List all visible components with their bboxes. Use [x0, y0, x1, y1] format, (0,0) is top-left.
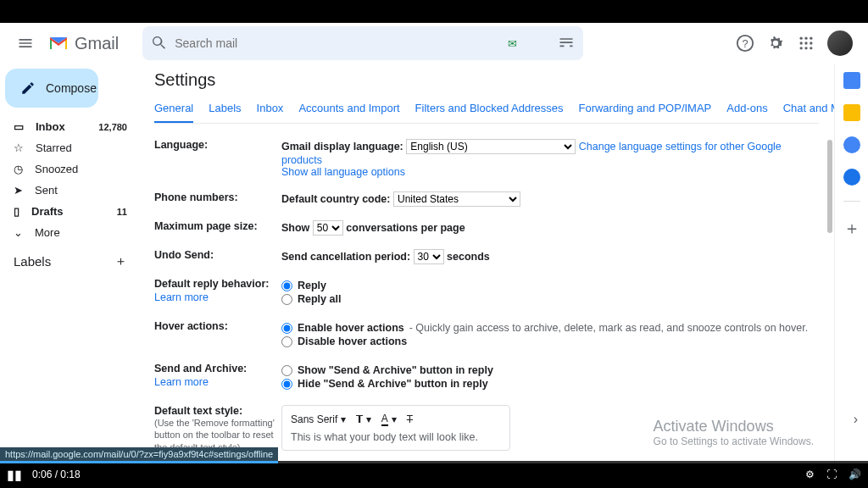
sent-icon: ➤: [14, 184, 23, 197]
radio-hover-disable[interactable]: [281, 336, 292, 347]
player-volume-icon[interactable]: 🔊: [849, 469, 861, 480]
default-text-style-box: Sans Serif ▾ 𝗧 ▾ A ▾ T This is what your…: [281, 405, 510, 451]
row-undo: Undo Send: Send cancellation period: 30 …: [154, 242, 819, 271]
search-bar[interactable]: ✉: [142, 26, 583, 60]
sidebar-item-sent[interactable]: ➤Sent: [5, 180, 136, 201]
inbox-icon: ▭: [14, 120, 24, 133]
scrollbar-thumb[interactable]: [827, 140, 832, 233]
chevron-down-icon: ⌄: [14, 226, 23, 239]
font-family-dropdown[interactable]: Sans Serif ▾: [291, 413, 346, 425]
font-color-dropdown[interactable]: A ▾: [381, 413, 397, 426]
show-all-languages-link[interactable]: Show all language options: [281, 166, 405, 178]
sidebar-item-inbox[interactable]: ▭ Inbox 12,780: [5, 116, 136, 137]
compose-label: Compose: [46, 81, 97, 95]
sidebar-item-more[interactable]: ⌄More: [5, 222, 136, 243]
font-size-dropdown[interactable]: 𝗧 ▾: [356, 413, 370, 425]
gmail-logo[interactable]: Gmail: [47, 34, 119, 53]
svg-point-5: [804, 42, 807, 44]
svg-text:?: ?: [742, 37, 748, 50]
apps-grid-icon[interactable]: [797, 34, 815, 53]
tab-addons[interactable]: Add-ons: [726, 102, 767, 123]
row-language: Language: Gmail display language: Englis…: [154, 132, 819, 185]
gmail-m-icon: [47, 35, 70, 52]
browser-status-url: https://mail.google.com/mail/u/0/?zx=fiy…: [0, 447, 278, 461]
player-theater-icon[interactable]: ⛶: [826, 469, 837, 480]
play-pause-button[interactable]: ▮▮: [7, 467, 22, 483]
get-addons-icon[interactable]: ＋: [843, 217, 860, 240]
pagesize-select[interactable]: 50: [313, 220, 343, 236]
page-title: Settings: [154, 70, 819, 90]
svg-point-3: [810, 37, 812, 40]
row-sendarchive: Send and Archive:Learn more Show "Send &…: [154, 356, 819, 398]
radio-reply-all[interactable]: [281, 294, 292, 305]
player-settings-icon[interactable]: ⚙: [805, 469, 815, 480]
caret-down-icon: ▾: [341, 413, 346, 425]
drafts-icon: ▯: [14, 205, 19, 218]
tab-accounts[interactable]: Accounts and Import: [298, 102, 399, 123]
radio-reply[interactable]: [281, 280, 292, 291]
sidebar-item-starred[interactable]: ☆Starred: [5, 137, 136, 158]
support-icon[interactable]: ?: [736, 34, 754, 53]
tab-filters[interactable]: Filters and Blocked Addresses: [415, 102, 564, 123]
header: Gmail ✉ ?: [0, 23, 868, 64]
search-input[interactable]: [175, 36, 501, 50]
radio-hide-send-archive[interactable]: [281, 379, 292, 390]
row-hover: Hover actions: Enable hover actions - Qu…: [154, 313, 819, 356]
account-avatar[interactable]: [827, 30, 853, 56]
tab-forwarding[interactable]: Forwarding and POP/IMAP: [578, 102, 711, 123]
text-style-sample: This is what your body text will look li…: [291, 431, 501, 443]
tab-chat[interactable]: Chat and Meet: [783, 102, 834, 123]
undo-seconds-select[interactable]: 30: [414, 249, 444, 264]
search-options-icon[interactable]: [558, 35, 575, 52]
tab-labels[interactable]: Labels: [209, 102, 241, 123]
sendarchive-learn-link[interactable]: Learn more: [154, 376, 281, 388]
settings-tabs: General Labels Inbox Accounts and Import…: [154, 102, 819, 124]
svg-point-2: [804, 37, 807, 40]
side-panel: ＋ ›: [834, 64, 868, 461]
tab-inbox[interactable]: Inbox: [257, 102, 284, 123]
svg-point-6: [810, 42, 812, 44]
sidebar-item-snoozed[interactable]: ◷Snoozed: [5, 158, 136, 180]
svg-point-8: [804, 47, 807, 49]
row-reply: Default reply behavior:Learn more Reply …: [154, 271, 819, 313]
header-icons: ?: [736, 30, 858, 56]
add-label-icon[interactable]: ＋: [114, 253, 127, 269]
calendar-app-icon[interactable]: [843, 72, 860, 89]
pencil-icon: [20, 80, 36, 96]
gmail-logo-text: Gmail: [75, 34, 119, 53]
keep-app-icon[interactable]: [843, 104, 860, 121]
row-pagesize: Maximum page size: Show 50 conversations…: [154, 214, 819, 242]
video-progress-bar[interactable]: [0, 461, 278, 463]
clock-icon: ◷: [14, 163, 23, 175]
settings-gear-icon[interactable]: [766, 34, 785, 53]
search-icon: [151, 35, 168, 52]
radio-hover-enable[interactable]: [281, 323, 292, 334]
svg-point-4: [800, 42, 803, 44]
compose-button[interactable]: Compose: [5, 69, 98, 108]
tab-general[interactable]: General: [154, 102, 193, 123]
language-select[interactable]: English (US): [406, 139, 576, 154]
row-phone: Phone numbers: Default country code: Uni…: [154, 185, 819, 214]
radio-show-send-archive[interactable]: [281, 365, 292, 376]
video-player-controls: ▮▮ 0:06 / 0:18 ⚙ ⛶ 🔊: [0, 461, 868, 488]
svg-point-7: [800, 47, 803, 49]
sidebar: Compose ▭ Inbox 12,780 ☆Starred ◷Snoozed…: [0, 64, 142, 461]
tasks-app-icon[interactable]: [843, 136, 860, 153]
svg-point-1: [800, 37, 803, 40]
svg-point-9: [810, 47, 812, 49]
labels-heading: Labels ＋: [5, 243, 136, 269]
sidebar-item-drafts[interactable]: ▯Drafts11: [5, 201, 136, 222]
video-time: 0:06 / 0:18: [32, 469, 81, 480]
mail-chip-icon[interactable]: ✉: [508, 37, 517, 50]
country-code-select[interactable]: United States: [393, 191, 520, 207]
settings-panel: Settings General Labels Inbox Accounts a…: [142, 64, 834, 461]
reply-learn-more-link[interactable]: Learn more: [154, 291, 281, 303]
remove-formatting-icon[interactable]: T: [407, 413, 413, 425]
collapse-panel-icon[interactable]: ›: [854, 412, 858, 427]
main-menu-button[interactable]: [10, 28, 41, 58]
contacts-app-icon[interactable]: [843, 169, 860, 186]
star-icon: ☆: [14, 141, 24, 154]
